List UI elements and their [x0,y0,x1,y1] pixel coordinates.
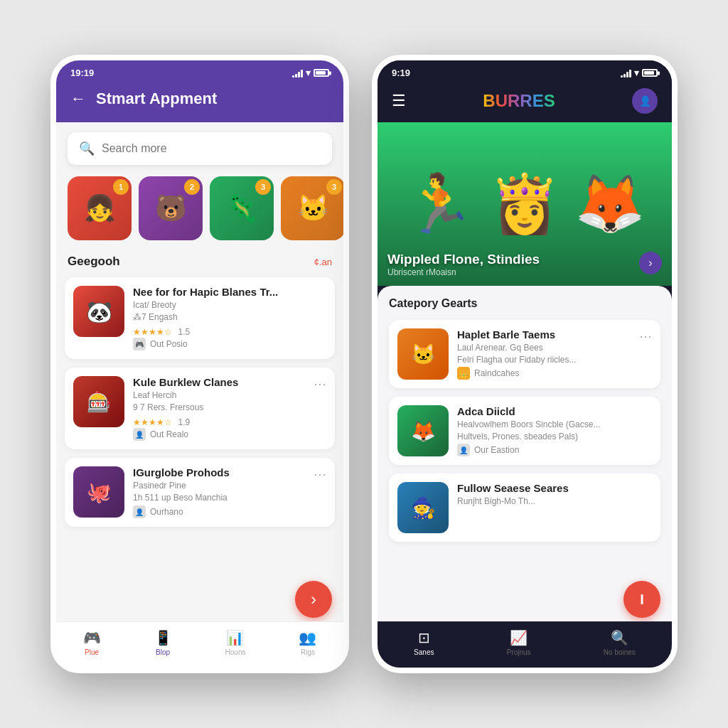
bottom-nav-left: 🎮 Plue 📱 Blop 📊 Houns 👥 Rigs [56,621,343,668]
nav-label-blog: Blop [156,648,170,656]
projnus-icon: 📈 [510,629,528,646]
game-info-2: Kule Burklew Clanes Leaf Hercih 9 7 Rers… [133,376,326,441]
nav-right-projnus[interactable]: 📈 Projnus [507,629,531,656]
fab-right[interactable]: I [623,581,660,618]
featured-item-2[interactable]: 🐻 2 [139,176,203,240]
right-game-card-3[interactable]: 🧙 Fullow Seaese Seares Runjht Bigh-Mo Th… [389,473,660,542]
game-info-1: Nee for for Hapic Blanes Tr... Icat/ Bre… [133,286,326,350]
featured-item-3[interactable]: 🦎 3 [210,176,274,240]
nav-left-play[interactable]: 🎮 Plue [83,629,101,656]
right-game-name-1: Haplet Barle Taems [457,328,652,341]
nav-right-sanes[interactable]: ⊡ Sanes [414,629,434,656]
game-info-3: IGurglobe Prohods Pasinedr Pine 1h 511 u… [133,466,326,518]
game-subtitle-3: Pasinedr Pine [133,481,326,491]
right-status-bar: 9:19 ▾ [378,60,672,82]
hero-title: Wippled Flone, Stindies [387,252,636,267]
left-signal-icons: ▾ [292,68,329,78]
right-game-line1-2: Healvowlhem Boors Sincble (Gacse... [457,419,652,429]
right-header: ☰ BURRES 👤 [378,82,672,122]
nav-right-noboines[interactable]: 🔍 No boines [604,629,636,656]
search-bar[interactable]: 🔍 [68,132,332,165]
right-game-info-2: Adca Diicld Healvowlhem Boors Sincble (G… [457,405,652,456]
game-card-1[interactable]: 🐼 Nee for for Hapic Blanes Tr... Icat/ B… [65,277,335,359]
category-title: Catepory Gearts [389,297,660,310]
nav-left-hours[interactable]: 📊 Houns [225,629,246,656]
game-meta-3: 1h 511 up Beso Manchia [133,493,326,503]
bottom-nav-right: ⊡ Sanes 📈 Projnus 🔍 No boines [378,621,672,668]
nav-left-rigs[interactable]: 👥 Rigs [299,629,316,656]
stars-1: ★★★★☆ [133,327,172,337]
hero-subtitle: Ubriscent rMoaisn [387,267,636,277]
sanes-icon: ⊡ [418,629,430,646]
right-game-info-1: Haplet Barle Taems Laul Arenear. Gq Bees… [457,328,652,380]
noboines-icon: 🔍 [611,629,628,646]
right-publisher-2: 👤 Our Eastion [457,444,652,456]
right-game-info-3: Fullow Seaese Seares Runjht Bigh-Mo Th..… [457,482,652,508]
rating-2: 1.9 [178,417,190,427]
more-button-3[interactable]: ⋯ [314,466,326,482]
right-time: 9:19 [392,68,410,78]
badge-4: 3 [326,179,342,195]
game-thumb-2: 🎰 [73,376,124,427]
right-game-line1-1: Laul Arenear. Gq Bees [457,343,652,353]
stars-2: ★★★★☆ [133,417,172,427]
game-subtitle-2: Leaf Hercih [133,390,326,400]
right-game-line2-1: Felri Flagha our Fidaby riicles... [457,355,652,365]
game-meta-1: ⁂7 Engash [133,312,326,322]
right-game-line1-3: Runjht Bigh-Mo Th... [457,496,652,506]
left-time: 19:19 [70,68,94,78]
section-title: Geegooh [68,255,120,269]
wifi-icon: ▾ [306,68,311,78]
nav-label-noboines: No boines [604,648,636,656]
app-logo: BURRES [483,91,555,111]
play-icon: 🎮 [83,629,101,646]
featured-item-1[interactable]: 👧 1 [68,176,132,240]
badge-1: 1 [113,179,129,195]
signal-bar [292,69,303,77]
left-header: ← Stmart Appment [56,82,343,122]
right-more-button-1[interactable]: ⋯ [639,328,652,344]
right-wifi-icon: ▾ [634,68,639,78]
badge-3: 3 [255,179,271,195]
nav-label-sanes: Sanes [414,648,434,656]
right-publisher-1: 👑 Raindcahes [457,367,652,380]
hamburger-icon[interactable]: ☰ [392,92,406,110]
nav-left-blog[interactable]: 📱 Blop [154,629,172,656]
publisher-3: 👤 Ourhano [133,505,326,518]
featured-item-4[interactable]: 🐱 3 [281,176,343,240]
game-meta-2: 9 7 Rers. Frersous [133,402,326,412]
section-header: Geegooh ¢.an [56,252,343,277]
game-list: 🐼 Nee for for Hapic Blanes Tr... Icat/ B… [56,277,343,527]
battery-icon [314,69,329,77]
right-thumb-1: 🐱 [397,328,449,380]
section-link[interactable]: ¢.an [314,257,332,267]
hero-title-area: Wippled Flone, Stindies Ubriscent rMoais… [387,252,636,277]
game-name-2: Kule Burklew Clanes [133,376,326,388]
right-game-name-3: Fullow Seaese Seares [457,482,652,494]
right-phone: 9:19 ▾ ☰ BURRES 👤 🏃 👸 [372,55,678,673]
hero-banner[interactable]: 🏃 👸 🦊 Wippled Flone, Stindies Ubriscent … [378,122,672,286]
rigs-icon: 👥 [299,629,316,646]
user-avatar[interactable]: 👤 [632,88,658,114]
phones-container: 19:19 ▾ ← Stmart Appment 🔍 [22,26,706,702]
right-thumb-2: 🦊 [397,405,449,456]
search-icon: 🔍 [79,141,95,156]
game-subtitle-1: Icat/ Breoty [133,300,326,310]
search-input[interactable] [102,142,321,155]
hours-icon: 📊 [226,629,244,646]
game-card-2[interactable]: 🎰 Kule Burklew Clanes Leaf Hercih 9 7 Re… [65,368,335,449]
more-button-2[interactable]: ⋯ [314,376,326,392]
publisher-2: 👤 Out Realo [133,428,326,441]
game-card-3[interactable]: 🐙 IGurglobe Prohods Pasinedr Pine 1h 511… [65,458,335,527]
back-arrow-icon[interactable]: ← [70,90,86,108]
game-name-3: IGurglobe Prohods [133,466,326,478]
nav-label-rigs: Rigs [301,648,315,656]
fab-left[interactable]: › [295,581,332,618]
game-thumb-1: 🐼 [73,286,124,337]
publisher-1: 🎮 Out Posio [133,338,326,350]
hero-chevron-button[interactable]: › [639,252,662,274]
right-game-card-2[interactable]: 🦊 Adca Diicld Healvowlhem Boors Sincble … [389,397,660,465]
right-game-card-1[interactable]: 🐱 Haplet Barle Taems Laul Arenear. Gq Be… [389,320,660,388]
nav-label-projnus: Projnus [507,648,531,656]
right-signal-bar [621,69,631,77]
